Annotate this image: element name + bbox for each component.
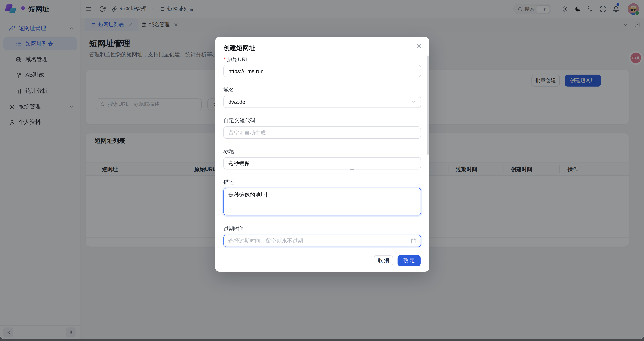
text-caret <box>266 192 267 197</box>
origin-url-input[interactable] <box>224 65 421 77</box>
required-asterisk: * <box>224 56 226 62</box>
chevron-down-icon <box>411 99 416 104</box>
close-icon[interactable] <box>416 43 422 49</box>
field-label-domain: 域名 <box>224 86 234 93</box>
modal-scrollbar-thumb[interactable] <box>427 55 429 155</box>
cancel-button[interactable]: 取消 <box>374 255 393 266</box>
confirm-button[interactable]: 确定 <box>398 255 420 266</box>
calendar-icon <box>411 238 416 244</box>
description-textarea[interactable]: 毫秒镜像的地址 <box>224 188 421 216</box>
description-text: 毫秒镜像的地址 <box>228 192 266 198</box>
app-window: 短网址管理 短网址列表 搜索 ⌘ K 文A <box>0 0 644 339</box>
field-label-desc: 描述 <box>224 179 234 186</box>
field-label-title: 标题 <box>224 148 234 155</box>
underline-artifact <box>225 170 300 170</box>
title-input[interactable] <box>224 157 421 169</box>
resize-handle-icon[interactable] <box>416 211 419 214</box>
custom-code-input[interactable] <box>224 126 421 139</box>
expire-placeholder: 选择过期时间，留空则永不过期 <box>228 237 303 245</box>
screen: 短网址管理 短网址列表 搜索 ⌘ K 文A <box>0 0 644 341</box>
expire-time-picker[interactable]: 选择过期时间，留空则永不过期 <box>224 235 421 247</box>
modal-title: 创建短网址 <box>224 44 255 52</box>
domain-select-value: dwz.do <box>228 99 246 105</box>
underline-artifact <box>354 170 421 170</box>
field-label-url: *原始URL <box>224 56 248 63</box>
field-label-code: 自定义短代码 <box>224 117 256 124</box>
create-short-url-modal: 创建短网址 *原始URL 域名 dwz.do 自定义短代码 标题 描述 毫秒镜像… <box>215 37 429 272</box>
domain-select[interactable]: dwz.do <box>224 96 421 108</box>
field-label-expire: 过期时间 <box>224 225 245 233</box>
underline-artifact <box>350 169 354 170</box>
